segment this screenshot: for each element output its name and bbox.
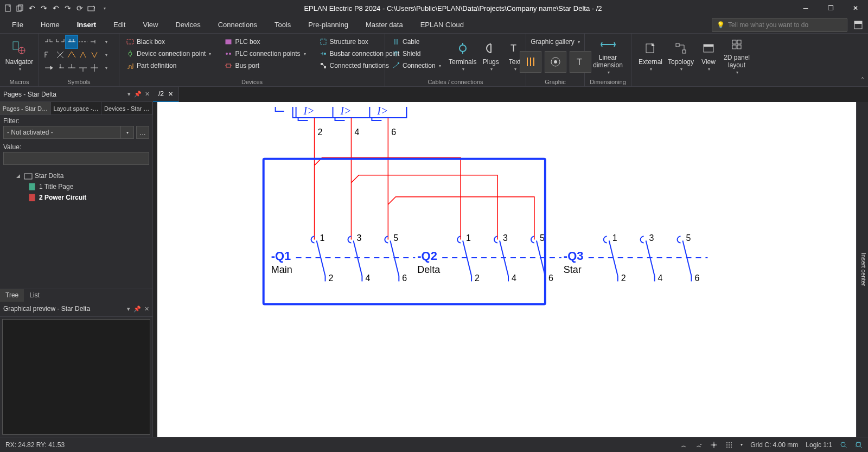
sym-r2c6[interactable]: ▾ [100,49,111,61]
menu-file[interactable]: File [3,17,32,32]
cable-button[interactable]: Cable [390,36,443,48]
menu-cloud[interactable]: EPLAN Cloud [412,17,473,32]
status-zoom-win-icon[interactable] [855,441,863,449]
sym-r2c4[interactable] [78,49,88,61]
sym-r2c1[interactable] [43,49,54,61]
sym-r3c2[interactable] [55,62,66,74]
sym-r3c5[interactable] [89,62,100,74]
sym-r3c4[interactable] [78,62,88,74]
sym-r1c6[interactable]: ▾ [100,36,111,48]
sym-r1c4[interactable] [78,36,88,48]
qat-redo-icon[interactable]: ↷ [39,3,49,13]
doc-tab-2[interactable]: /2 ✕ [153,87,179,102]
qat-copy-icon[interactable] [15,3,25,13]
filter-dd-button[interactable]: ▾ [121,126,134,139]
qat-undo-icon[interactable]: ↶ [27,3,37,13]
menu-help-icon[interactable] [852,18,865,31]
svg-text:Main: Main [271,264,292,275]
part-def-button[interactable]: Part definition [124,60,213,72]
minimize-button[interactable]: ─ [793,0,818,16]
sym-r1c1[interactable] [43,36,54,48]
filter-more-button[interactable]: ... [136,126,149,139]
svg-rect-18 [398,62,399,64]
device-conn-button[interactable]: Device connection point▾ [124,48,213,60]
view-button[interactable]: View▾ [697,36,720,75]
schematic-canvas[interactable]: .wire{stroke:#f00;stroke-width:1.5;fill:… [157,102,856,437]
qat-undo2-icon[interactable]: ↶ [51,3,61,13]
panel-dd-icon[interactable]: ▾ [127,91,131,98]
qat-sync-icon[interactable]: ⟳ [75,3,85,13]
panel2d-button[interactable]: 2D panel layout▾ [720,36,753,75]
gr-sample1[interactable] [520,51,541,73]
sym-r1c5[interactable] [89,36,100,48]
terminals-button[interactable]: Terminals▾ [448,36,478,75]
svg-point-73 [729,444,730,445]
shield-button[interactable]: Shield [390,48,443,60]
filter-combo[interactable] [3,126,121,139]
topology-button[interactable]: Topology▾ [665,36,697,75]
subtab-pages[interactable]: Pages - Star D… [0,102,51,114]
qat-redo2-icon[interactable]: ↷ [63,3,73,13]
ribbon-collapse-icon[interactable]: ˄ [857,34,868,86]
preview-close-icon[interactable]: ✕ [144,305,149,313]
bus-port-button[interactable]: Bus port [222,60,308,72]
value-input[interactable] [3,152,149,165]
svg-text:3: 3 [649,233,654,243]
graphic-gallery-button[interactable]: Graphic gallery▾ [528,36,582,48]
list-tab[interactable]: List [24,289,45,302]
tree-tab[interactable]: Tree [0,289,24,302]
navigator-button[interactable]: Navigator ▾ [4,36,34,75]
tree-page1[interactable]: 1 Title Page [2,181,150,192]
tab-close-icon[interactable]: ✕ [168,91,173,98]
sym-r1c3[interactable] [66,36,77,48]
tree-root[interactable]: ◢ Star Delta [2,170,150,181]
menu-view[interactable]: View [134,17,167,32]
qat-new-icon[interactable] [3,3,13,13]
caret-icon[interactable]: ◢ [16,173,22,179]
sym-r2c2[interactable] [55,49,66,61]
connection-button[interactable]: Connection▾ [390,60,443,72]
sym-r2c5[interactable] [89,49,100,61]
maximize-button[interactable]: ❐ [818,0,843,16]
status-snap1-icon[interactable] [680,441,687,449]
menu-devices[interactable]: Devices [167,17,209,32]
menu-edit[interactable]: Edit [105,17,134,32]
sym-r3c3[interactable] [66,62,77,74]
sym-r2c3[interactable] [66,49,77,61]
subtab-devices[interactable]: Devices - Star … [101,102,152,114]
linear-dim-button[interactable]: Linear dimension▾ [589,36,627,75]
sym-r3c6[interactable]: ▾ [100,62,111,74]
sym-r1c2[interactable] [55,36,66,48]
menu-tools[interactable]: Tools [266,17,299,32]
search-box[interactable]: 💡 Tell me what you want to do [712,18,847,32]
svg-text:2: 2 [621,273,626,283]
panel-pin-icon[interactable]: 📌 [134,91,142,98]
panel-close-icon[interactable]: ✕ [145,91,150,98]
status-ortho-icon[interactable] [710,441,718,449]
status-grid-icon[interactable] [725,441,733,449]
black-box-button[interactable]: Black box [124,36,213,48]
status-zoom-fit-icon[interactable] [840,441,847,449]
status-snap2-icon[interactable] [695,441,703,449]
gr-sample2[interactable] [545,51,566,73]
sym-r3c1[interactable] [43,62,54,74]
qat-update-icon[interactable] [87,3,97,13]
status-grid-dd[interactable]: ▾ [741,442,743,447]
menu-insert[interactable]: Insert [68,17,105,32]
insert-center-tab[interactable]: Insert center [856,102,868,437]
qat-more-icon[interactable]: ▾ [100,3,110,13]
plc-conn-button[interactable]: PLC connection points▾ [222,48,308,60]
svg-rect-3 [88,7,94,11]
menu-connections[interactable]: Connections [209,17,266,32]
plugs-button[interactable]: Plugs▾ [479,36,503,75]
plc-box-button[interactable]: PLC box [222,36,308,48]
menu-preplanning[interactable]: Pre-planning [299,17,357,32]
menu-home[interactable]: Home [32,17,68,32]
external-button[interactable]: External▾ [636,36,665,75]
subtab-layout[interactable]: Layout space -… [51,102,102,114]
menu-masterdata[interactable]: Master data [357,17,412,32]
tree-page2[interactable]: 2 Power Circuit [2,192,150,203]
preview-dd-icon[interactable]: ▾ [127,305,130,313]
close-button[interactable]: ✕ [843,0,868,16]
preview-pin-icon[interactable]: 📌 [133,305,141,313]
